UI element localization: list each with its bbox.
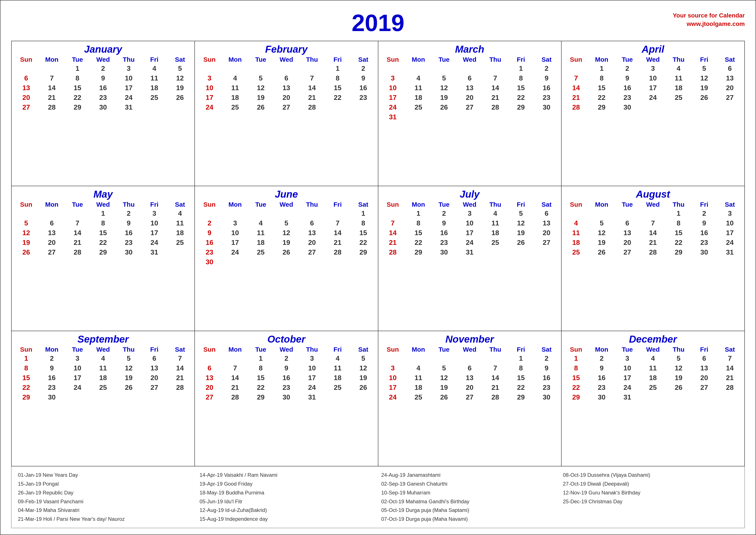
month-block-may: MaySunMonTueWedThuFriSat0001234567891011… xyxy=(12,186,195,331)
day-cell: 22 xyxy=(405,238,431,247)
day-cell: 22 xyxy=(508,93,534,102)
day-cell: 0 xyxy=(615,209,640,218)
day-cell: 13 xyxy=(691,363,717,373)
holidays-section: 01-Jan-19 New Years Day15-Jan-19 Pongal2… xyxy=(11,466,745,528)
day-cell: 2 xyxy=(90,64,116,73)
day-cell: 22 xyxy=(90,238,116,247)
day-cell: 14 xyxy=(482,83,508,93)
day-cell: 29 xyxy=(508,102,534,112)
day-cell: 0 xyxy=(640,102,666,112)
day-header-fri: Fri xyxy=(325,56,351,63)
day-cell: 17 xyxy=(197,93,222,102)
day-cell: 9 xyxy=(274,363,299,373)
day-cell: 0 xyxy=(717,392,742,402)
day-headers: SunMonTueWedThuFriSat xyxy=(563,346,742,353)
day-cell: 10 xyxy=(197,83,222,93)
day-cell: 16 xyxy=(39,373,65,383)
day-cell: 3 xyxy=(380,73,406,83)
day-cell: 7 xyxy=(482,363,508,373)
calendar-days: 0000123456789101112131415161718192021222… xyxy=(563,209,742,257)
day-cell: 16 xyxy=(431,228,457,238)
day-cell: 0 xyxy=(534,112,559,122)
day-cell: 27 xyxy=(457,392,482,402)
day-cell: 11 xyxy=(405,373,431,383)
day-cell: 22 xyxy=(563,383,589,392)
day-cell: 23 xyxy=(351,93,376,102)
day-cell: 4 xyxy=(222,73,248,83)
day-cell: 15 xyxy=(65,83,90,93)
day-cell: 16 xyxy=(615,83,640,93)
day-cell: 17 xyxy=(141,228,167,238)
day-cell: 15 xyxy=(563,373,589,383)
day-header-sun: Sun xyxy=(380,56,406,63)
day-cell: 0 xyxy=(325,102,351,112)
month-block-january: JanuarySunMonTueWedThuFriSat001234567891… xyxy=(12,41,195,186)
day-cell: 9 xyxy=(197,228,222,238)
day-cell: 14 xyxy=(563,83,589,93)
month-name-july: July xyxy=(380,188,559,200)
day-cell: 0 xyxy=(431,112,457,122)
day-cell: 20 xyxy=(717,83,742,93)
day-cell: 15 xyxy=(405,228,431,238)
day-cell: 11 xyxy=(141,73,167,83)
day-cell: 25 xyxy=(90,383,116,392)
day-cell: 13 xyxy=(39,228,65,238)
day-cell: 11 xyxy=(222,83,248,93)
day-cell: 22 xyxy=(589,93,615,102)
day-cell: 0 xyxy=(405,112,431,122)
month-name-november: November xyxy=(380,333,559,345)
day-header-mon: Mon xyxy=(589,346,615,353)
day-header-fri: Fri xyxy=(141,346,167,353)
day-cell: 0 xyxy=(197,64,222,73)
day-cell: 0 xyxy=(222,209,248,218)
day-header-mon: Mon xyxy=(39,346,65,353)
day-header-sat: Sat xyxy=(167,346,193,353)
holiday-item: 26-Jan-19 Republic Day xyxy=(18,489,193,497)
calendar-days: 0001234567891011121314151617181920212223… xyxy=(14,209,193,257)
day-cell: 19 xyxy=(431,383,457,392)
day-header-sat: Sat xyxy=(717,346,742,353)
holiday-item: 25-Dec-19 Christmas Day xyxy=(563,497,738,506)
day-cell: 11 xyxy=(405,83,431,93)
day-cell: 4 xyxy=(167,209,193,218)
day-header-fri: Fri xyxy=(508,56,534,63)
day-cell: 29 xyxy=(65,102,90,112)
day-cell: 3 xyxy=(615,353,640,363)
day-cell: 2 xyxy=(534,64,559,73)
month-block-october: OctoberSunMonTueWedThuFriSat001234567891… xyxy=(195,331,378,466)
day-cell: 16 xyxy=(589,373,615,383)
day-cell: 7 xyxy=(39,73,65,83)
calendar-grid: JanuarySunMonTueWedThuFriSat001234567891… xyxy=(11,41,745,466)
day-cell: 18 xyxy=(222,93,248,102)
day-cell: 24 xyxy=(197,102,222,112)
day-cell: 1 xyxy=(563,353,589,363)
day-cell: 29 xyxy=(351,247,376,257)
day-cell: 10 xyxy=(116,73,142,83)
day-cell: 0 xyxy=(248,64,274,73)
day-cell: 15 xyxy=(508,373,534,383)
day-cell: 0 xyxy=(274,209,299,218)
day-cell: 0 xyxy=(325,209,351,218)
day-cell: 21 xyxy=(325,238,351,247)
day-cell: 19 xyxy=(666,373,691,383)
day-header-mon: Mon xyxy=(405,56,431,63)
day-cell: 3 xyxy=(717,209,742,218)
day-cell: 22 xyxy=(666,238,691,247)
day-cell: 13 xyxy=(274,83,299,93)
day-cell: 12 xyxy=(691,73,717,83)
day-cell: 5 xyxy=(274,218,299,228)
day-header-sun: Sun xyxy=(380,201,406,208)
day-header-sat: Sat xyxy=(351,346,376,353)
holiday-item: 14-Apr-19 Vaisakhi / Ram Navami xyxy=(200,471,375,480)
day-cell: 0 xyxy=(640,209,666,218)
day-cell: 22 xyxy=(351,238,376,247)
day-header-fri: Fri xyxy=(508,201,534,208)
calendar-days: 1234567891011121314151617181920212223242… xyxy=(14,353,193,402)
day-cell: 12 xyxy=(666,363,691,373)
day-header-tue: Tue xyxy=(65,346,90,353)
day-headers: SunMonTueWedThuFriSat xyxy=(380,56,559,63)
day-cell: 10 xyxy=(141,218,167,228)
day-cell: 1 xyxy=(65,64,90,73)
day-cell: 5 xyxy=(431,73,457,83)
day-cell: 6 xyxy=(717,64,742,73)
